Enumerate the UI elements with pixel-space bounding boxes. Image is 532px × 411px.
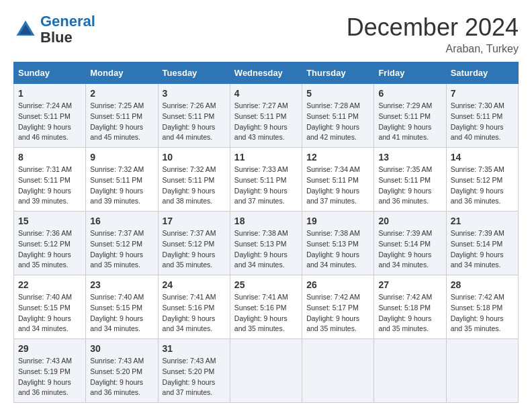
- day-number: 20: [378, 216, 441, 226]
- day-info: Sunrise: 7:37 AMSunset: 5:12 PMDaylight:…: [163, 228, 226, 271]
- col-header-saturday: Saturday: [446, 62, 518, 84]
- day-info: Sunrise: 7:39 AMSunset: 5:14 PMDaylight:…: [378, 228, 441, 271]
- calendar-week-row: 1Sunrise: 7:24 AMSunset: 5:11 PMDaylight…: [14, 84, 519, 148]
- day-info: Sunrise: 7:42 AMSunset: 5:18 PMDaylight:…: [451, 292, 514, 334]
- calendar-cell: 1Sunrise: 7:24 AMSunset: 5:11 PMDaylight…: [14, 84, 86, 148]
- day-number: 9: [90, 152, 153, 163]
- day-number: 29: [18, 343, 81, 354]
- calendar-cell: 8Sunrise: 7:31 AMSunset: 5:11 PMDaylight…: [14, 148, 86, 212]
- col-header-monday: Monday: [86, 62, 158, 84]
- day-number: 16: [90, 216, 153, 226]
- calendar-table: SundayMondayTuesdayWednesdayThursdayFrid…: [13, 62, 519, 403]
- calendar-cell: 17Sunrise: 7:37 AMSunset: 5:12 PMDayligh…: [158, 212, 230, 275]
- day-number: 25: [234, 279, 298, 290]
- day-number: 7: [451, 88, 514, 99]
- day-info: Sunrise: 7:29 AMSunset: 5:11 PMDaylight:…: [378, 101, 441, 143]
- day-number: 18: [234, 216, 298, 226]
- day-number: 14: [451, 152, 514, 163]
- day-number: 5: [306, 88, 369, 99]
- day-number: 19: [306, 216, 369, 226]
- day-number: 30: [90, 343, 153, 354]
- day-info: Sunrise: 7:36 AMSunset: 5:12 PMDaylight:…: [18, 228, 81, 271]
- day-info: Sunrise: 7:27 AMSunset: 5:11 PMDaylight:…: [234, 101, 298, 143]
- day-number: 11: [234, 152, 298, 163]
- calendar-cell: 13Sunrise: 7:35 AMSunset: 5:11 PMDayligh…: [374, 148, 446, 212]
- day-number: 3: [163, 88, 226, 99]
- day-number: 31: [163, 343, 226, 354]
- calendar-cell: 30Sunrise: 7:43 AMSunset: 5:20 PMDayligh…: [86, 339, 158, 403]
- col-header-thursday: Thursday: [302, 62, 374, 84]
- day-info: Sunrise: 7:43 AMSunset: 5:20 PMDaylight:…: [90, 356, 153, 398]
- day-info: Sunrise: 7:33 AMSunset: 5:11 PMDaylight:…: [234, 165, 298, 207]
- day-number: 27: [378, 279, 441, 290]
- day-info: Sunrise: 7:25 AMSunset: 5:11 PMDaylight:…: [90, 101, 153, 143]
- calendar-cell: 25Sunrise: 7:41 AMSunset: 5:16 PMDayligh…: [230, 275, 302, 339]
- day-info: Sunrise: 7:43 AMSunset: 5:20 PMDaylight:…: [163, 356, 226, 398]
- calendar-cell: 27Sunrise: 7:42 AMSunset: 5:18 PMDayligh…: [374, 275, 446, 339]
- day-info: Sunrise: 7:43 AMSunset: 5:19 PMDaylight:…: [18, 356, 81, 398]
- day-info: Sunrise: 7:38 AMSunset: 5:13 PMDaylight:…: [306, 228, 369, 271]
- day-info: Sunrise: 7:24 AMSunset: 5:11 PMDaylight:…: [18, 101, 81, 143]
- logo: GeneralBlue: [13, 13, 95, 46]
- logo-icon: [13, 17, 38, 42]
- day-number: 24: [163, 279, 226, 290]
- calendar-cell: [374, 339, 446, 403]
- calendar-week-row: 29Sunrise: 7:43 AMSunset: 5:19 PMDayligh…: [14, 339, 519, 403]
- calendar-cell: 24Sunrise: 7:41 AMSunset: 5:16 PMDayligh…: [158, 275, 230, 339]
- day-number: 12: [306, 152, 369, 163]
- col-header-sunday: Sunday: [14, 62, 86, 84]
- day-info: Sunrise: 7:26 AMSunset: 5:11 PMDaylight:…: [163, 101, 226, 143]
- calendar-cell: 10Sunrise: 7:32 AMSunset: 5:11 PMDayligh…: [158, 148, 230, 212]
- calendar-cell: 6Sunrise: 7:29 AMSunset: 5:11 PMDaylight…: [374, 84, 446, 148]
- calendar-cell: [230, 339, 302, 403]
- logo-text: GeneralBlue: [40, 13, 95, 46]
- day-info: Sunrise: 7:39 AMSunset: 5:14 PMDaylight:…: [451, 228, 514, 271]
- calendar-cell: 14Sunrise: 7:35 AMSunset: 5:12 PMDayligh…: [446, 148, 518, 212]
- day-info: Sunrise: 7:42 AMSunset: 5:18 PMDaylight:…: [378, 292, 441, 334]
- day-info: Sunrise: 7:32 AMSunset: 5:11 PMDaylight:…: [90, 165, 153, 207]
- calendar-header-row: SundayMondayTuesdayWednesdayThursdayFrid…: [14, 62, 519, 84]
- page-header: GeneralBlue December 2024 Araban, Turkey: [13, 13, 519, 55]
- day-info: Sunrise: 7:28 AMSunset: 5:11 PMDaylight:…: [306, 101, 369, 143]
- day-info: Sunrise: 7:31 AMSunset: 5:11 PMDaylight:…: [18, 165, 81, 207]
- calendar-cell: [302, 339, 374, 403]
- calendar-cell: 18Sunrise: 7:38 AMSunset: 5:13 PMDayligh…: [230, 212, 302, 275]
- calendar-cell: 2Sunrise: 7:25 AMSunset: 5:11 PMDaylight…: [86, 84, 158, 148]
- calendar-cell: 15Sunrise: 7:36 AMSunset: 5:12 PMDayligh…: [14, 212, 86, 275]
- calendar-cell: 12Sunrise: 7:34 AMSunset: 5:11 PMDayligh…: [302, 148, 374, 212]
- day-info: Sunrise: 7:42 AMSunset: 5:17 PMDaylight:…: [306, 292, 369, 334]
- day-number: 26: [306, 279, 369, 290]
- calendar-cell: 9Sunrise: 7:32 AMSunset: 5:11 PMDaylight…: [86, 148, 158, 212]
- day-number: 4: [234, 88, 298, 99]
- day-number: 22: [18, 279, 81, 290]
- calendar-cell: 5Sunrise: 7:28 AMSunset: 5:11 PMDaylight…: [302, 84, 374, 148]
- day-number: 1: [18, 88, 81, 99]
- day-info: Sunrise: 7:35 AMSunset: 5:11 PMDaylight:…: [378, 165, 441, 207]
- day-info: Sunrise: 7:40 AMSunset: 5:15 PMDaylight:…: [90, 292, 153, 334]
- calendar-cell: 19Sunrise: 7:38 AMSunset: 5:13 PMDayligh…: [302, 212, 374, 275]
- month-title: December 2024: [347, 13, 519, 42]
- calendar-week-row: 15Sunrise: 7:36 AMSunset: 5:12 PMDayligh…: [14, 212, 519, 275]
- calendar-cell: 16Sunrise: 7:37 AMSunset: 5:12 PMDayligh…: [86, 212, 158, 275]
- day-number: 23: [90, 279, 153, 290]
- calendar-cell: 23Sunrise: 7:40 AMSunset: 5:15 PMDayligh…: [86, 275, 158, 339]
- calendar-cell: 26Sunrise: 7:42 AMSunset: 5:17 PMDayligh…: [302, 275, 374, 339]
- day-number: 15: [18, 216, 81, 226]
- day-info: Sunrise: 7:38 AMSunset: 5:13 PMDaylight:…: [234, 228, 298, 271]
- day-number: 10: [163, 152, 226, 163]
- col-header-friday: Friday: [374, 62, 446, 84]
- day-info: Sunrise: 7:41 AMSunset: 5:16 PMDaylight:…: [234, 292, 298, 334]
- calendar-cell: 31Sunrise: 7:43 AMSunset: 5:20 PMDayligh…: [158, 339, 230, 403]
- day-info: Sunrise: 7:30 AMSunset: 5:11 PMDaylight:…: [451, 101, 514, 143]
- calendar-cell: 20Sunrise: 7:39 AMSunset: 5:14 PMDayligh…: [374, 212, 446, 275]
- calendar-cell: 7Sunrise: 7:30 AMSunset: 5:11 PMDaylight…: [446, 84, 518, 148]
- col-header-tuesday: Tuesday: [158, 62, 230, 84]
- day-number: 28: [451, 279, 514, 290]
- calendar-cell: 21Sunrise: 7:39 AMSunset: 5:14 PMDayligh…: [446, 212, 518, 275]
- calendar-week-row: 22Sunrise: 7:40 AMSunset: 5:15 PMDayligh…: [14, 275, 519, 339]
- day-number: 21: [451, 216, 514, 226]
- day-info: Sunrise: 7:35 AMSunset: 5:12 PMDaylight:…: [451, 165, 514, 207]
- calendar-cell: 11Sunrise: 7:33 AMSunset: 5:11 PMDayligh…: [230, 148, 302, 212]
- calendar-cell: 4Sunrise: 7:27 AMSunset: 5:11 PMDaylight…: [230, 84, 302, 148]
- day-info: Sunrise: 7:41 AMSunset: 5:16 PMDaylight:…: [163, 292, 226, 334]
